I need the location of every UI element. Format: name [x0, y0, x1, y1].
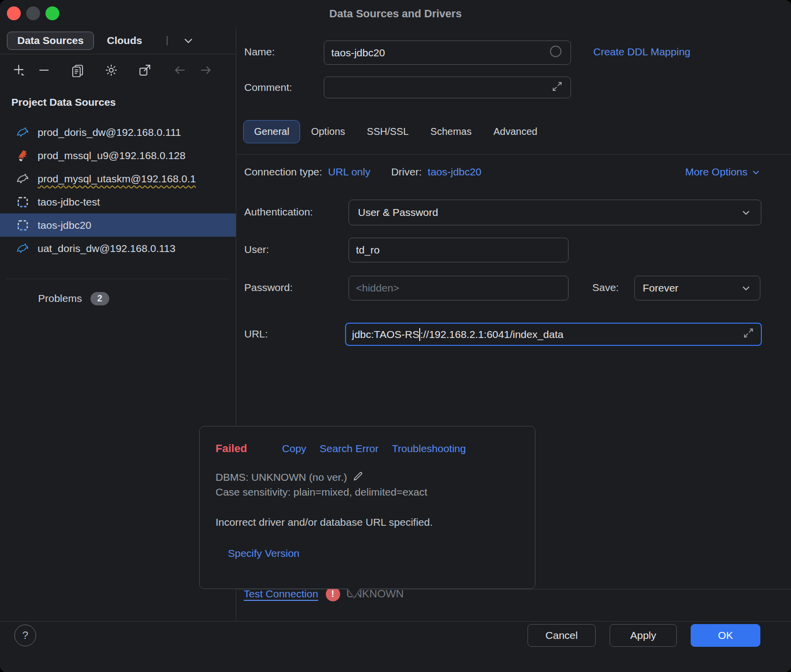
mysql-dolphin-icon — [16, 242, 29, 255]
problems-label: Problems — [38, 293, 82, 304]
test-connection-link[interactable]: Test Connection — [244, 588, 318, 600]
case-sensitivity-info: Case sensitivity: plain=mixed, delimited… — [216, 486, 427, 498]
tab-divider — [236, 154, 791, 155]
more-options-link[interactable]: More Options — [685, 166, 761, 178]
dialog-footer: ? Cancel Apply OK — [0, 621, 791, 672]
chevron-down-icon — [750, 167, 761, 177]
open-in-new-icon[interactable] — [137, 63, 152, 78]
error-message: Incorrect driver and/or database URL spe… — [216, 516, 433, 528]
settings-tab-bar: General Options SSH/SSL Schemas Advanced — [243, 120, 548, 143]
list-item[interactable]: uat_doris_dw@192.168.0.113 — [0, 237, 236, 260]
tab-schemas[interactable]: Schemas — [420, 120, 483, 143]
tab-general[interactable]: General — [243, 120, 300, 143]
apply-button[interactable]: Apply — [610, 624, 677, 647]
list-item-label: taos-jdbc-test — [38, 196, 100, 208]
user-label: User: — [244, 244, 269, 255]
save-label: Save: — [592, 282, 619, 294]
gear-icon[interactable] — [104, 63, 119, 78]
problems-section[interactable]: Problems 2 — [38, 288, 236, 309]
tab-data-sources-label: Data Sources — [17, 35, 84, 46]
connection-type-label: Connection type: — [244, 166, 322, 178]
create-ddl-mapping-link[interactable]: Create DDL Mapping — [593, 46, 691, 58]
list-item[interactable]: taos-jdbc-test — [0, 190, 236, 213]
tab-data-sources[interactable]: Data Sources — [7, 32, 94, 50]
tab-advanced[interactable]: Advanced — [483, 120, 548, 143]
save-value: Forever — [643, 282, 740, 294]
expand-icon[interactable] — [742, 327, 755, 342]
search-error-link[interactable]: Search Error — [320, 443, 379, 455]
remove-button[interactable] — [37, 63, 51, 78]
list-item[interactable]: prod_doris_dw@192.168.0.111 — [0, 121, 236, 144]
section-title: Project Data Sources — [11, 96, 236, 109]
comment-input[interactable] — [324, 77, 571, 98]
url-value-before-caret: jdbc:TAOS-RS — [352, 329, 419, 340]
mysql-dolphin-icon — [16, 172, 29, 185]
list-item-label: prod_mssql_u9@192.168.0.128 — [38, 150, 185, 162]
duplicate-button[interactable] — [70, 63, 85, 78]
name-label: Name: — [244, 46, 275, 58]
connection-type-value-link[interactable]: URL only — [328, 166, 371, 178]
list-item-selected[interactable]: taos-jdbc20 — [0, 213, 236, 237]
name-value: taos-jdbc20 — [331, 47, 544, 59]
chevron-down-icon[interactable] — [181, 34, 195, 47]
chevron-down-icon — [740, 282, 752, 294]
list-item-label: prod_mysql_utaskm@192.168.0.1 — [38, 173, 196, 185]
chevron-down-icon — [740, 207, 752, 218]
tab-separator — [167, 36, 168, 45]
pencil-icon[interactable] — [352, 470, 364, 485]
test-connection-result-popup: Failed Copy Search Error Troubleshooting… — [199, 426, 535, 589]
driver-value-link[interactable]: taos-jdbc20 — [428, 166, 482, 178]
title-bar: Data Sources and Drivers — [0, 0, 791, 27]
copy-link[interactable]: Copy — [282, 443, 307, 455]
list-item-label: taos-jdbc20 — [38, 219, 91, 231]
unknown-dbms-icon — [16, 196, 29, 209]
add-button[interactable] — [12, 63, 27, 78]
name-input[interactable]: taos-jdbc20 — [324, 41, 571, 65]
data-sources-dialog: Data Sources and Drivers Data Sources Cl… — [0, 0, 791, 672]
troubleshooting-link[interactable]: Troubleshooting — [392, 443, 466, 455]
password-placeholder: <hidden> — [356, 282, 561, 294]
problems-count-badge: 2 — [90, 292, 109, 305]
tab-clouds[interactable]: Clouds — [107, 35, 142, 46]
help-button[interactable]: ? — [14, 625, 36, 646]
mssql-server-icon — [16, 149, 29, 162]
failed-status: Failed — [216, 442, 247, 455]
forward-button[interactable] — [198, 63, 213, 78]
progress-circle-icon — [548, 43, 564, 62]
url-input[interactable]: jdbc:TAOS-RS://192.168.2.1:6041/index_da… — [345, 323, 762, 346]
ok-button[interactable]: OK — [691, 624, 760, 647]
comment-label: Comment: — [244, 82, 292, 93]
save-select[interactable]: Forever — [634, 276, 760, 300]
dbms-info: DBMS: UNKNOWN (no ver.) — [216, 471, 347, 483]
driver-label: Driver: — [391, 166, 422, 178]
authentication-select[interactable]: User & Password — [349, 200, 761, 225]
mysql-dolphin-icon — [16, 126, 29, 139]
cancel-button[interactable]: Cancel — [527, 624, 596, 647]
list-item[interactable]: prod_mssql_u9@192.168.0.128 — [0, 144, 236, 167]
list-item-label: uat_doris_dw@192.168.0.113 — [38, 243, 176, 254]
authentication-label: Authentication: — [244, 206, 313, 218]
specify-version-link[interactable]: Specify Version — [228, 547, 300, 559]
password-label: Password: — [244, 282, 293, 294]
more-options-label: More Options — [685, 166, 747, 178]
authentication-value: User & Password — [358, 207, 740, 218]
tab-options[interactable]: Options — [300, 120, 356, 143]
unknown-dbms-icon — [16, 219, 29, 232]
user-value: td_ro — [356, 244, 561, 256]
user-input[interactable]: td_ro — [349, 238, 569, 262]
back-button[interactable] — [173, 63, 187, 78]
sidebar-tab-bar: Data Sources Clouds — [0, 27, 236, 54]
list-item[interactable]: prod_mysql_utaskm@192.168.0.1 — [0, 167, 236, 190]
tab-clouds-label: Clouds — [107, 35, 142, 46]
data-source-list: prod_doris_dw@192.168.0.111 prod_mssql_u… — [0, 121, 236, 260]
tab-ssh-ssl[interactable]: SSH/SSL — [356, 120, 419, 143]
sidebar-toolbar — [0, 54, 236, 86]
url-value-after-caret: ://192.168.2.1:6041/index_data — [420, 329, 738, 340]
url-label: URL: — [244, 328, 268, 340]
list-item-label: prod_doris_dw@192.168.0.111 — [38, 126, 181, 138]
password-input[interactable]: <hidden> — [349, 276, 569, 300]
window-title: Data Sources and Drivers — [0, 0, 791, 27]
expand-icon[interactable] — [551, 80, 564, 95]
sidebar-divider — [6, 279, 229, 279]
connection-type-row: Connection type: URL only Driver: taos-j… — [244, 166, 761, 178]
